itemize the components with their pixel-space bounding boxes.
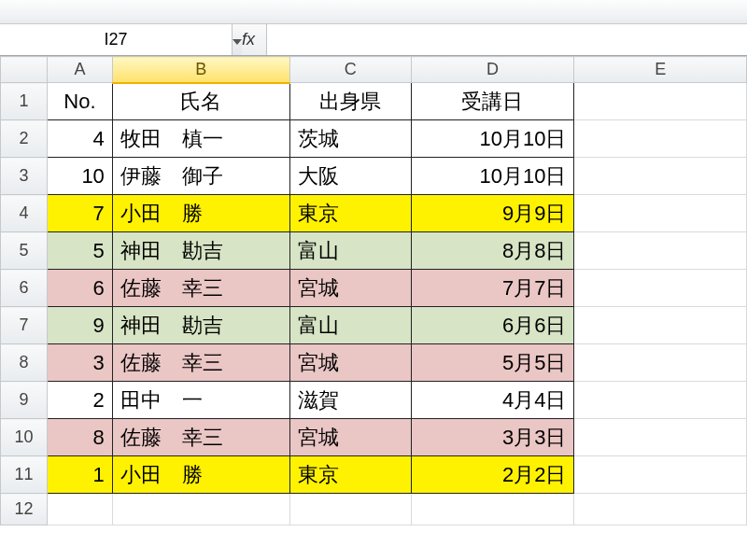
cell[interactable]: 佐藤 幸三 <box>112 270 289 307</box>
name-box[interactable] <box>0 24 210 55</box>
table-row: 2 4 牧田 槙一 茨城 10月10日 <box>1 120 747 158</box>
row-header[interactable]: 2 <box>1 120 48 158</box>
cell[interactable]: 宮城 <box>289 419 411 456</box>
table-row: 8 3 佐藤 幸三 宮城 5月5日 <box>1 344 747 382</box>
chevron-down-icon <box>233 30 242 49</box>
cell-C1[interactable]: 出身県 <box>289 83 411 120</box>
name-box-input[interactable] <box>0 24 232 55</box>
table-row: 10 8 佐藤 幸三 宮城 3月3日 <box>1 419 747 456</box>
row-header[interactable]: 3 <box>1 158 48 195</box>
cell[interactable]: 5月5日 <box>411 344 574 382</box>
cell[interactable]: 4月4日 <box>411 382 574 419</box>
cell[interactable]: 佐藤 幸三 <box>112 344 289 382</box>
name-box-dropdown[interactable] <box>232 24 242 55</box>
table-row: 3 10 伊藤 御子 大阪 10月10日 <box>1 158 747 195</box>
cell[interactable]: 7月7日 <box>411 270 574 307</box>
cell[interactable] <box>574 382 747 419</box>
formula-bar: fx <box>0 24 747 56</box>
cell[interactable] <box>574 494 747 525</box>
cell[interactable] <box>574 195 747 232</box>
row-header[interactable]: 8 <box>1 344 48 382</box>
col-header-E[interactable]: E <box>574 57 747 83</box>
cell[interactable] <box>289 494 411 525</box>
row-header[interactable]: 10 <box>1 419 48 456</box>
table-row: 1 No. 氏名 出身県 受講日 <box>1 83 747 120</box>
cell[interactable]: 宮城 <box>289 270 411 307</box>
cell-A1[interactable]: No. <box>47 83 112 120</box>
col-header-A[interactable]: A <box>47 57 112 83</box>
cell[interactable] <box>574 270 747 307</box>
table-row: 11 1 小田 勝 東京 2月2日 <box>1 456 747 494</box>
cell[interactable]: 8月8日 <box>411 232 574 270</box>
cell[interactable]: 7 <box>47 195 112 232</box>
cell[interactable]: 9月9日 <box>411 195 574 232</box>
table-row: 12 <box>1 494 747 525</box>
cell[interactable]: 5 <box>47 232 112 270</box>
cell[interactable]: 3 <box>47 344 112 382</box>
cell[interactable]: 6 <box>47 270 112 307</box>
row-header[interactable]: 5 <box>1 232 48 270</box>
cell[interactable]: 伊藤 御子 <box>112 158 289 195</box>
cell[interactable]: 神田 勘吉 <box>112 307 289 344</box>
cell[interactable]: 10 <box>47 158 112 195</box>
cell[interactable]: 10月10日 <box>411 158 574 195</box>
select-all-corner[interactable] <box>1 57 48 83</box>
formula-input-wrap[interactable] <box>267 24 747 55</box>
excel-window: fx A B C D E 1 No. 氏名 出身県 <box>0 0 747 560</box>
cell[interactable] <box>574 456 747 494</box>
worksheet-grid[interactable]: A B C D E 1 No. 氏名 出身県 受講日 2 4 牧田 槙一 茨城 <box>0 56 747 560</box>
row-header[interactable]: 1 <box>1 83 48 120</box>
cell[interactable] <box>574 232 747 270</box>
formula-input[interactable] <box>267 24 747 55</box>
cell[interactable]: 茨城 <box>289 120 411 158</box>
row-header[interactable]: 7 <box>1 307 48 344</box>
cell[interactable] <box>574 344 747 382</box>
cell[interactable]: 2月2日 <box>411 456 574 494</box>
cell[interactable]: 田中 一 <box>112 382 289 419</box>
row-header[interactable]: 4 <box>1 195 48 232</box>
cell[interactable] <box>574 158 747 195</box>
cell[interactable]: 東京 <box>289 456 411 494</box>
table-row: 4 7 小田 勝 東京 9月9日 <box>1 195 747 232</box>
row-header[interactable]: 12 <box>1 494 48 525</box>
cell[interactable] <box>112 494 289 525</box>
cell[interactable] <box>574 120 747 158</box>
cell[interactable]: 4 <box>47 120 112 158</box>
cell-B1[interactable]: 氏名 <box>112 83 289 120</box>
cell[interactable]: 宮城 <box>289 344 411 382</box>
cell[interactable]: 3月3日 <box>411 419 574 456</box>
cell[interactable]: 富山 <box>289 232 411 270</box>
cell[interactable]: 佐藤 幸三 <box>112 419 289 456</box>
cell-D1[interactable]: 受講日 <box>411 83 574 120</box>
cell[interactable] <box>574 307 747 344</box>
table-row: 6 6 佐藤 幸三 宮城 7月7日 <box>1 270 747 307</box>
col-header-C[interactable]: C <box>289 57 411 83</box>
cell[interactable]: 8 <box>47 419 112 456</box>
col-header-D[interactable]: D <box>411 57 574 83</box>
cell[interactable]: 10月10日 <box>411 120 574 158</box>
cell[interactable] <box>411 494 574 525</box>
cell[interactable]: 9 <box>47 307 112 344</box>
cell-E1[interactable] <box>574 83 747 120</box>
cell[interactable]: 神田 勘吉 <box>112 232 289 270</box>
cell[interactable]: 大阪 <box>289 158 411 195</box>
row-header[interactable]: 6 <box>1 270 48 307</box>
cell[interactable]: 東京 <box>289 195 411 232</box>
grid-table: A B C D E 1 No. 氏名 出身県 受講日 2 4 牧田 槙一 茨城 <box>0 56 747 525</box>
col-header-B[interactable]: B <box>112 57 289 83</box>
cell[interactable]: 1 <box>47 456 112 494</box>
cell[interactable]: 2 <box>47 382 112 419</box>
table-row: 7 9 神田 勘吉 富山 6月6日 <box>1 307 747 344</box>
cell[interactable]: 小田 勝 <box>112 456 289 494</box>
column-header-row: A B C D E <box>1 57 747 83</box>
ribbon-strip <box>0 0 747 24</box>
row-header[interactable]: 9 <box>1 382 48 419</box>
cell[interactable] <box>47 494 112 525</box>
cell[interactable]: 滋賀 <box>289 382 411 419</box>
cell[interactable]: 富山 <box>289 307 411 344</box>
row-header[interactable]: 11 <box>1 456 48 494</box>
cell[interactable]: 6月6日 <box>411 307 574 344</box>
cell[interactable]: 小田 勝 <box>112 195 289 232</box>
cell[interactable]: 牧田 槙一 <box>112 120 289 158</box>
cell[interactable] <box>574 419 747 456</box>
